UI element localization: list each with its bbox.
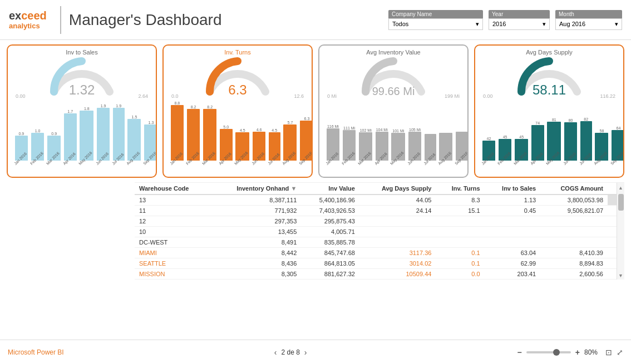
table-row: 13 8,387,111 5,400,186.96 44.05 8.3 1.13… <box>135 195 617 206</box>
year-value[interactable]: 2016▾ <box>489 18 550 30</box>
fit-page-icon[interactable]: ⊡ <box>605 348 612 357</box>
gauge-value-avg-days: 58.11 <box>533 82 566 98</box>
filters-area: Company Name Todos▾ Year 2016▾ Month Aug… <box>388 10 622 30</box>
gauge-min-avg-days: 0.00 <box>483 93 493 99</box>
bar-val: 0.9 <box>51 132 57 136</box>
header-divider <box>60 6 61 34</box>
kpi-card-inv-to-sales: Inv to Sales 1.32 0.00 2.64 0.9 Jan 2016 <box>7 44 157 178</box>
bar: 8.2Mar 2016 <box>201 105 218 167</box>
kpi-row: Inv to Sales 1.32 0.00 2.64 0.9 Jan 2016 <box>7 44 624 178</box>
bar: 6.3Sep 2016 <box>298 117 313 167</box>
bar: 45Feb 2016 <box>497 135 514 167</box>
gauge-avg-days-supply: 58.11 0.00 116.22 <box>480 56 619 100</box>
gauge-avg-inv-value: 99.66 Mi 0 Mi 199 Mi <box>324 56 463 100</box>
bar: 102 MiMar 2016 <box>357 128 374 167</box>
scrollbar-track[interactable]: ▲ ▼ <box>617 183 624 280</box>
col-inv-to-sales[interactable]: Inv to Sales <box>485 183 541 195</box>
col-cogs[interactable]: COGS Amount <box>540 183 608 195</box>
gauge-max-inv-turns: 12.6 <box>294 93 304 99</box>
bar: 80Jun 2016 <box>563 118 579 167</box>
kpi-card-avg-days-supply: Avg Days Supply 58.11 0.00 116.22 42Jan … <box>474 44 624 178</box>
bar-val: 1.3 <box>149 121 154 124</box>
col-warehouse[interactable]: Warehouse Code <box>135 183 211 195</box>
bar: 81May 2016 <box>545 118 563 167</box>
fullscreen-icon[interactable]: ⤢ <box>617 348 623 357</box>
col-avg-days[interactable]: Avg Days Supply <box>359 183 436 195</box>
bar: 4.5Jul 2016 <box>267 128 282 167</box>
bar: 42Jan 2016 <box>481 137 497 167</box>
header: exceed analytics Manager's Dashboard Com… <box>0 0 631 40</box>
scroll-down-arrow[interactable]: ▼ <box>618 273 623 278</box>
zoom-plus-button[interactable]: + <box>575 348 580 357</box>
bar-val: 8.8 <box>175 101 180 105</box>
gauge-value-inv-to-sales: 1.32 <box>69 82 95 98</box>
bar-val: 5.0 <box>223 125 229 129</box>
next-page-button[interactable]: › <box>304 348 307 357</box>
table-row: 10 13,455 4,005.71 <box>135 227 617 237</box>
kpi-title-avg-inv-value: Avg Inventory Value <box>324 49 463 56</box>
logo-area: exceed analytics <box>9 9 47 30</box>
table-row: MIAMI 8,442 845,747.68 3117.36 0.1 63.04… <box>135 248 617 258</box>
gauge-min-inv-to-sales: 0.00 <box>16 93 26 99</box>
table-row: MISSION 8,305 881,627.32 10509.44 0.0 20… <box>135 269 617 280</box>
bar-val: 4.5 <box>272 128 277 132</box>
scroll-thumb[interactable] <box>618 194 624 211</box>
bar-val: 5.7 <box>288 121 293 124</box>
kpi-title-inv-to-sales: Inv to Sales <box>12 49 151 56</box>
chart-avg-days-supply: 42Jan 2016 45Feb 2016 45Mar 2016 74Apr 2… <box>480 100 619 167</box>
powerbi-link[interactable]: Microsoft Power BI <box>8 348 64 356</box>
bar: 4.5May 2016 <box>234 128 251 167</box>
gauge-inv-to-sales: 1.32 0.00 2.64 <box>12 56 151 100</box>
logo-exceed: exceed <box>9 9 47 22</box>
gauge-inv-turns: 6.3 0.0 12.6 <box>168 56 307 100</box>
year-filter[interactable]: Year 2016▾ <box>489 10 550 30</box>
bar-val: 1.0 <box>35 129 41 133</box>
bar: 116 MiJan 2016 <box>325 124 341 167</box>
bar-val: 1.7 <box>67 109 73 113</box>
bar-val: 4.6 <box>257 128 262 132</box>
table-row: SEATTLE 8,436 864,813.05 3014.02 0.1 62.… <box>135 258 617 269</box>
bar: Jul 2016 <box>423 134 437 167</box>
year-label: Year <box>489 10 550 18</box>
company-name-filter[interactable]: Company Name Todos▾ <box>388 10 483 30</box>
col-inv-value[interactable]: Inv Value <box>301 183 359 195</box>
prev-page-button[interactable]: ‹ <box>274 348 277 357</box>
bar-val: 1.9 <box>101 104 106 108</box>
bar: 1.7 Apr 2016 <box>62 109 78 167</box>
bar: 1.8 May 2016 <box>78 107 95 167</box>
table-row: 12 297,353 295,875.43 <box>135 216 617 227</box>
col-inv-turns[interactable]: Inv. Turns <box>436 183 484 195</box>
col-inventory-onhand[interactable]: Inventory Onhand ▼ <box>211 183 302 195</box>
bar: 1.5 Aug 2016 <box>126 115 142 167</box>
table-section: Warehouse Code Inventory Onhand ▼ Inv Va… <box>135 182 624 280</box>
bar: 101 MiMay 2016 <box>390 129 407 167</box>
kpi-title-avg-days-supply: Avg Days Supply <box>480 49 619 56</box>
bar-val: 0.9 <box>19 132 24 136</box>
gauge-min-avg-inv: 0 Mi <box>327 93 337 99</box>
gauge-max-inv-to-sales: 2.64 <box>138 93 148 99</box>
bar: 8.2Feb 2016 <box>185 105 202 167</box>
gauge-max-avg-inv: 199 Mi <box>445 93 460 99</box>
bar: 5.7Aug 2016 <box>282 121 298 167</box>
month-filter[interactable]: Month Aug 2016▾ <box>555 10 622 30</box>
table-row: DC-WEST 8,491 835,885.78 <box>135 237 617 248</box>
table-row: 11 771,932 7,403,926.53 24.14 15.1 0.45 … <box>135 206 617 216</box>
zoom-minus-button[interactable]: − <box>517 348 522 357</box>
bar: 58Aug 2016 <box>593 129 610 167</box>
bar: 4.6Jun 2016 <box>251 128 267 167</box>
zoom-slider-thumb[interactable] <box>553 349 560 356</box>
bar: 0.9 Mar 2016 <box>46 132 62 167</box>
kpi-card-inv-turns: Inv. Turns 6.3 0.0 12.6 8.8Jan 2016 8.2F… <box>162 44 313 178</box>
bar-val: 6.3 <box>304 117 310 121</box>
kpi-card-avg-inv-value: Avg Inventory Value 99.66 Mi 0 Mi 199 Mi… <box>318 44 469 178</box>
month-value[interactable]: Aug 2016▾ <box>555 18 622 30</box>
bar-val: 1.8 <box>84 107 90 111</box>
gauge-min-inv-turns: 0.0 <box>171 93 179 99</box>
bar: 45Mar 2016 <box>513 135 530 167</box>
chart-inv-to-sales: 0.9 Jan 2016 1.0 Feb 2016 0.9 Mar 2016 1… <box>12 100 151 167</box>
bar-val: 4.5 <box>240 128 245 132</box>
zoom-slider-track[interactable] <box>526 351 571 353</box>
company-name-value[interactable]: Todos▾ <box>388 18 483 30</box>
gauge-value-avg-inv: 99.66 Mi <box>372 85 415 98</box>
scroll-up-arrow[interactable]: ▲ <box>618 185 623 191</box>
